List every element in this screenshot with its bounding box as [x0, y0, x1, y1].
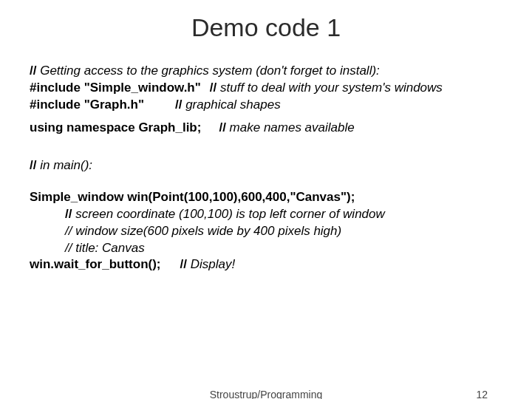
- comment-marker: //: [219, 120, 225, 134]
- code-line: // window size(600 pixels wide by 400 pi…: [30, 223, 502, 240]
- comment-text: Display!: [187, 257, 235, 271]
- comment-marker: //: [180, 257, 187, 271]
- code-line: #include "Graph.h"// graphical shapes: [30, 97, 502, 114]
- comment-text: screen coordinate (100,100) is top left …: [75, 207, 385, 221]
- code-text: using namespace Graph_lib;: [30, 120, 201, 134]
- code-line: Simple_window win(Point(100,100),600,400…: [30, 189, 502, 206]
- comment-text: Getting access to the graphics system (d…: [36, 64, 379, 78]
- code-text: #include "Simple_window.h": [30, 81, 201, 95]
- code-text: #include "Graph.h": [30, 98, 144, 112]
- code-line: // screen coordinate (100,100) is top le…: [30, 206, 502, 223]
- comment-marker: //: [65, 207, 75, 221]
- code-line: // in main():: [30, 157, 502, 174]
- page-number: 12: [476, 389, 488, 399]
- code-text: Simple_window win(Point(100,100),600,400…: [30, 190, 355, 204]
- code-line: using namespace Graph_lib;// make names …: [30, 120, 502, 137]
- code-line: win.wait_for_button();// Display!: [30, 256, 502, 273]
- code-line: #include "Simple_window.h"// stuff to de…: [30, 80, 502, 97]
- code-line: // title: Canvas: [30, 240, 502, 257]
- slide: Demo code 1 // Getting access to the gra…: [0, 0, 532, 399]
- comment-text: make names available: [226, 120, 355, 134]
- code-block-2: // in main(): Simple_window win(Point(10…: [30, 157, 502, 274]
- comment-text: graphical shapes: [182, 98, 280, 112]
- comment-marker: //: [210, 81, 216, 95]
- code-text: win.wait_for_button();: [30, 257, 161, 271]
- comment-text: in main():: [36, 158, 92, 172]
- slide-title: Demo code 1: [30, 13, 502, 42]
- comment-text: // window size(600 pixels wide by 400 pi…: [30, 223, 341, 240]
- code-line: // Getting access to the graphics system…: [30, 63, 502, 80]
- code-block-1: // Getting access to the graphics system…: [30, 63, 502, 137]
- footer-text: Stroustrup/Programming: [0, 389, 532, 399]
- comment-text: stuff to deal with your system's windows: [216, 81, 443, 95]
- comment-text: // title: Canvas: [30, 240, 145, 257]
